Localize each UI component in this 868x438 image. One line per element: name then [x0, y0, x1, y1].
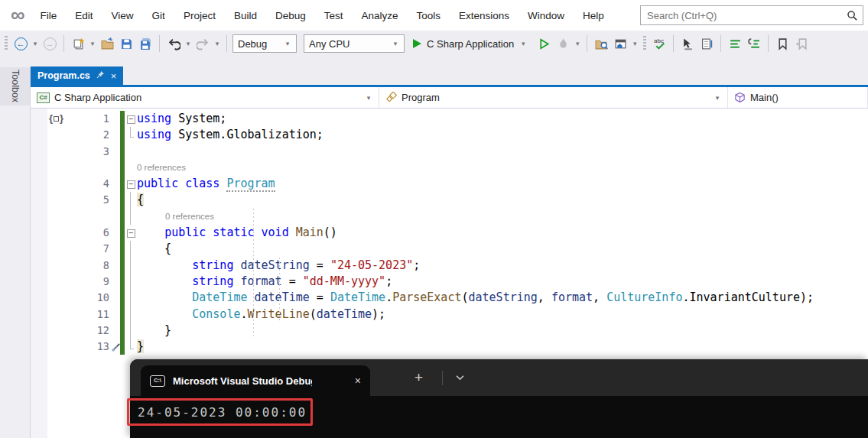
menu-item-analyze[interactable]: Analyze	[353, 6, 408, 25]
new-project-icon[interactable]	[70, 34, 86, 53]
code-line[interactable]: 2using System.Globalization;	[31, 127, 868, 143]
chevron-down-icon: ▾	[714, 94, 721, 102]
terminal-tab-bar: C:\ Microsoft Visual Studio Debug × +	[130, 359, 868, 396]
new-terminal-tab-button[interactable]: +	[414, 359, 423, 396]
code-line[interactable]: 4public class Program	[31, 176, 868, 192]
type-dropdown[interactable]: Program ▾	[379, 87, 728, 108]
new-project-dropdown[interactable]: ▾	[89, 40, 96, 47]
toolbar-grip-2[interactable]	[643, 36, 646, 51]
redo-icon	[194, 34, 211, 53]
code-line[interactable]: 11 Console.WriteLine(dateTime);	[31, 307, 868, 323]
spell-check-icon[interactable]: abc	[651, 34, 668, 53]
line-number: 11	[31, 307, 120, 323]
menu-bar-items: FileEditViewGitProjectBuildDebugTestAnal…	[31, 6, 613, 25]
toolbar-grip[interactable]	[5, 36, 8, 51]
toolbox-label: Toolbox	[10, 70, 21, 102]
start-without-debugging-icon[interactable]	[535, 34, 552, 53]
code-line[interactable]: 5{	[31, 192, 868, 208]
line-number	[31, 160, 120, 176]
fold-guide	[125, 192, 137, 208]
code-text: DateTime dateTime = DateTime.ParseExact(…	[137, 290, 814, 306]
fold-guide	[125, 160, 137, 176]
menu-bar: ∞ FileEditViewGitProjectBuildDebugTestAn…	[0, 0, 868, 31]
line-structure-icon[interactable]	[698, 34, 715, 53]
code-text: using System.Globalization;	[137, 127, 323, 143]
tab-program-cs[interactable]: Program.cs ×	[31, 67, 123, 85]
line-number: 7	[31, 241, 120, 257]
search-icon	[847, 10, 858, 21]
menu-item-file[interactable]: File	[31, 6, 67, 25]
solution-explorer-dropdown[interactable]: ▾	[631, 40, 639, 47]
fold-guide	[125, 323, 137, 339]
solution-configuration-select[interactable]: Debug▾	[232, 34, 297, 53]
format-selection-icon[interactable]	[746, 34, 762, 53]
terminal-dropdown-icon[interactable]	[456, 359, 464, 396]
open-file-icon[interactable]	[99, 34, 115, 53]
hot-reload-dropdown: ▾	[574, 40, 581, 47]
menu-item-window[interactable]: Window	[519, 6, 574, 25]
menu-item-debug[interactable]: Debug	[266, 6, 315, 25]
quick-actions-icon	[111, 342, 122, 352]
code-line[interactable]: 7 {	[31, 241, 868, 257]
start-debugging-button[interactable]: C Sharp Application ▾	[407, 34, 533, 54]
menu-item-git[interactable]: Git	[143, 6, 174, 25]
start-dropdown[interactable]: ▾	[519, 40, 527, 47]
standard-toolbar: ← ▾ → ▾ ▾ ▾ Debug▾ Any CPU▾ C Sharp Appl…	[0, 31, 868, 57]
toolbox-tab[interactable]: Toolbox	[0, 67, 30, 105]
code-line[interactable]: 9 string format = "dd-MM-yyyy";	[31, 274, 868, 290]
format-document-icon[interactable]	[727, 34, 743, 53]
menu-item-help[interactable]: Help	[574, 6, 613, 25]
menu-item-tools[interactable]: Tools	[408, 6, 450, 25]
code-line[interactable]: 8 string dateString = "24-05-2023";	[31, 258, 868, 274]
project-dropdown[interactable]: C# C Sharp Application ▾	[31, 87, 379, 108]
code-text: {	[137, 192, 144, 208]
menu-item-test[interactable]: Test	[315, 6, 353, 25]
codelens-row[interactable]: 0 references	[31, 209, 868, 225]
fold-toggle-icon[interactable]	[125, 225, 137, 241]
fold-toggle-icon[interactable]	[125, 176, 137, 192]
find-in-files-icon[interactable]	[593, 34, 610, 53]
document-tabstrip: Program.cs ×	[0, 57, 868, 85]
menu-item-build[interactable]: Build	[225, 6, 266, 25]
terminal-tab[interactable]: C:\ Microsoft Visual Studio Debug ×	[141, 365, 370, 396]
navigate-forward-icon: →	[41, 34, 58, 53]
menu-item-edit[interactable]: Edit	[66, 6, 102, 25]
undo-dropdown[interactable]: ▾	[184, 40, 192, 47]
menu-item-view[interactable]: View	[102, 6, 143, 25]
line-number: 4	[31, 176, 120, 192]
solution-explorer-icon[interactable]	[612, 34, 629, 53]
code-line[interactable]: 1using System;	[31, 111, 868, 127]
codelens-row[interactable]: 0 references	[31, 160, 868, 176]
save-all-icon[interactable]	[137, 34, 154, 53]
menu-item-extensions[interactable]: Extensions	[450, 6, 519, 25]
undo-icon[interactable]	[165, 34, 182, 53]
navigate-back-dropdown[interactable]: ▾	[31, 40, 39, 47]
vs-logo-icon: ∞	[11, 5, 25, 24]
pin-icon[interactable]	[96, 70, 105, 81]
close-tab-icon[interactable]: ×	[111, 70, 117, 82]
bookmark-icon[interactable]	[774, 34, 791, 53]
left-rail: Toolbox	[0, 67, 31, 438]
redo-dropdown: ▾	[213, 40, 221, 47]
menu-item-project[interactable]: Project	[174, 6, 225, 25]
close-terminal-tab-icon[interactable]: ×	[355, 375, 361, 387]
csharp-project-icon: C#	[37, 92, 50, 103]
fold-toggle-icon[interactable]	[125, 111, 137, 127]
indent-guide	[279, 258, 280, 323]
solution-platform-select[interactable]: Any CPU▾	[304, 34, 405, 53]
code-line[interactable]: 10 DateTime dateTime = DateTime.ParseExa…	[31, 290, 868, 306]
member-dropdown[interactable]: Main()	[728, 87, 868, 108]
code-text: {	[137, 241, 171, 257]
navigate-back-icon[interactable]: ←	[12, 34, 29, 53]
save-icon[interactable]	[118, 34, 135, 53]
search-input[interactable]	[641, 10, 847, 21]
fold-guide	[125, 144, 137, 160]
search-box[interactable]	[640, 5, 863, 25]
line-number: 13	[31, 339, 120, 355]
code-line[interactable]: 13}	[31, 339, 868, 355]
editor-cursor-icon[interactable]	[679, 34, 696, 53]
code-line[interactable]: 3	[31, 144, 868, 160]
fold-guide	[125, 209, 137, 225]
code-line[interactable]: 6 public static void Main()	[31, 225, 868, 241]
code-line[interactable]: 12 }	[31, 323, 868, 339]
